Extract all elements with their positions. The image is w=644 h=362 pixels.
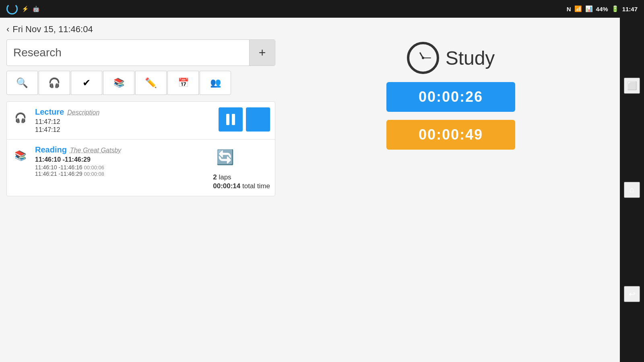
research-input[interactable] [7,41,249,65]
clock-hands [413,47,433,68]
reading-content: Reading The Great Gatsby 11:46:10 -11:46… [35,145,207,177]
pencil-toolbar-button[interactable]: ✏️ [135,71,167,95]
lecture-subtitle: Description [67,109,99,116]
back-nav-icon: ↩ [629,289,636,299]
clock-time: 11:47 [622,6,638,12]
refresh-icon: 🔄 [216,149,234,166]
back-button[interactable]: ‹ [6,24,9,35]
study-timer-orange: 00:00:49 [386,120,515,150]
reading-list-item: 📚 Reading The Great Gatsby 11:46:10 -11:… [7,140,275,196]
main-content: ‹ Fri Nov 15, 11:46:04 + 🔍 🎧 ✔ 📚 ✏️ [0,18,644,362]
date-label: Fri Nov 15, 11:46:04 [12,24,93,35]
reading-refresh-button[interactable]: 🔄 [213,145,237,169]
study-clock-icon [407,42,439,74]
reading-actions: 🔄 2 laps 00:00:14 total time [213,145,270,190]
right-panel: Study 00:00:26 00:00:49 [282,18,620,362]
edge-back-button[interactable]: ↩ [624,286,640,302]
study-timer-blue: 00:00:26 [386,82,515,112]
pause-bar-right [232,114,235,125]
nfc-icon: N [567,6,571,12]
lecture-time1: 11:47:12 [35,118,213,125]
add-button[interactable]: + [249,40,275,66]
window-icon: ⬜ [627,81,637,90]
search-toolbar-button[interactable]: 🔍 [6,71,38,95]
total-time: 00:00:14 total time [213,182,270,190]
pause-bar-left [226,114,229,125]
reading-icon: 📚 [12,147,29,165]
lecture-actions [219,107,270,132]
books-toolbar-button[interactable]: 📚 [103,71,134,95]
android-icon: 🤖 [33,6,39,12]
people-toolbar-button[interactable]: 👥 [200,71,231,95]
study-header: Study [407,42,495,74]
battery-icon: 🔋 [611,5,619,12]
status-right: N 📶 📊 44% 🔋 11:47 [567,5,638,12]
reading-title: Reading [35,145,67,154]
lecture-title: Lecture [35,107,64,117]
battery-label: 44% [596,6,608,12]
header-row: ‹ Fri Nov 15, 11:46:04 [6,24,275,35]
study-widget: Study 00:00:26 00:00:49 [386,42,515,150]
status-bar: ⚡ 🤖 N 📶 📊 44% 🔋 11:47 [0,0,644,18]
wifi-icon: 📶 [574,5,582,12]
lecture-pause-button[interactable] [219,107,243,132]
title-bar: + [6,39,275,66]
signal-icon: 📊 [585,5,593,12]
lecture-list-item: 🎧 Lecture Description 11:47:12 11:47:12 [7,102,275,140]
search-icon: 🔍 [16,77,28,88]
calendar-icon: 📅 [178,78,189,88]
usb-icon: ⚡ [22,6,29,12]
reading-detail2: 11:46:21 -11:46:29 00:00:08 [35,171,207,177]
status-left: ⚡ 🤖 [6,3,39,14]
lecture-title-row: Lecture Description [35,107,213,117]
clock-center-dot [422,57,424,59]
headphones-toolbar-button[interactable]: 🎧 [39,71,70,95]
headphones-icon: 🎧 [48,77,60,88]
clock-hand-minute [423,58,431,58]
check-icon: ✔ [83,77,91,88]
laps-info: 2 laps 00:00:14 total time [213,173,270,190]
laps-count: 2 laps [213,173,270,181]
study-label: Study [446,47,495,69]
reading-subtitle: The Great Gatsby [70,147,121,154]
lecture-time2: 11:47:12 [35,126,213,134]
calendar-toolbar-button[interactable]: 📅 [167,71,199,95]
right-edge-nav: ⬜ ⌂ ↩ [620,18,644,362]
pause-bars-icon [226,114,235,125]
home-icon: ⌂ [630,185,634,194]
toolbar: 🔍 🎧 ✔ 📚 ✏️ 📅 👥 [6,71,275,95]
check-toolbar-button[interactable]: ✔ [71,71,102,95]
pencil-icon: ✏️ [145,77,157,88]
lecture-content: Lecture Description 11:47:12 11:47:12 [35,107,213,134]
books-icon: 📚 [114,78,124,88]
people-icon: 👥 [210,78,221,88]
lecture-icon: 🎧 [12,109,29,127]
edge-home-button[interactable]: ⌂ [624,182,640,198]
list-container: 🎧 Lecture Description 11:47:12 11:47:12 [6,101,275,196]
spinner-icon [6,3,18,14]
lecture-stop-button[interactable] [246,107,270,132]
reading-time-range: 11:46:10 -11:46:29 [35,156,207,163]
reading-detail1: 11:46:10 -11:46:16 00:00:06 [35,164,207,171]
left-panel: ‹ Fri Nov 15, 11:46:04 + 🔍 🎧 ✔ 📚 ✏️ [0,18,282,362]
reading-title-row: Reading The Great Gatsby [35,145,207,154]
edge-window-button[interactable]: ⬜ [624,78,640,94]
